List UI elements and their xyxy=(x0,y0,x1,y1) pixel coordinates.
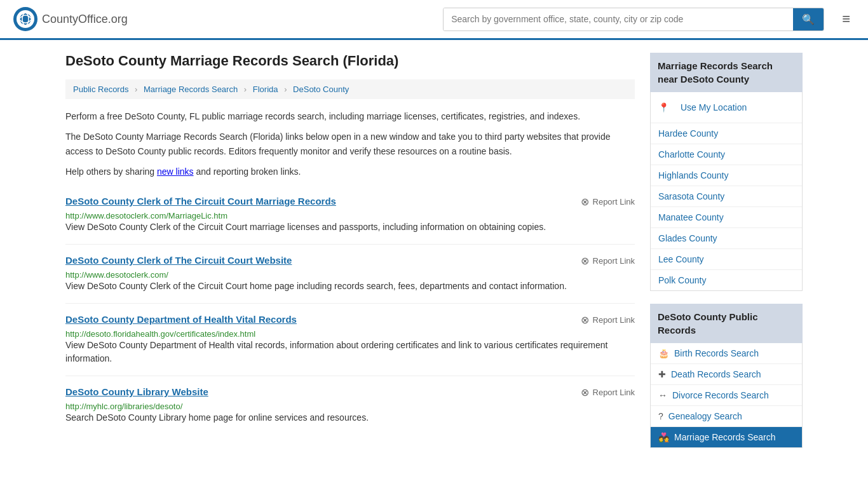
result-title-1[interactable]: DeSoto County Clerk of The Circuit Court… xyxy=(65,196,336,207)
results-list: DeSoto County Clerk of The Circuit Court… xyxy=(65,186,635,435)
nearby-county-charlotte: Charlotte County xyxy=(651,144,802,165)
breadcrumb-florida[interactable]: Florida xyxy=(253,85,278,94)
marriage-icon: 💑 xyxy=(658,432,669,442)
result-item: DeSoto County Library Website ⊗ Report L… xyxy=(65,376,635,435)
result-desc-3: View DeSoto County Department of Health … xyxy=(65,339,635,365)
menu-button[interactable]: ≡ xyxy=(837,8,855,30)
intro-text-1: Perform a free DeSoto County, FL public … xyxy=(65,109,635,123)
main-container: DeSoto County Marriage Records Search (F… xyxy=(53,40,815,473)
nearby-county-lee: Lee County xyxy=(651,249,802,270)
sidebar: Marriage Records Search near DeSoto Coun… xyxy=(650,53,803,461)
sidebar-divorce-records: ↔ Divorce Records Search xyxy=(651,385,802,406)
report-icon-2: ⊗ xyxy=(581,255,589,267)
sidebar-birth-records: 🎂 Birth Records Search xyxy=(651,343,802,364)
search-input[interactable] xyxy=(444,8,793,30)
nearby-link-highlands[interactable]: Highlands County xyxy=(651,165,802,186)
genealogy-link[interactable]: Genealogy Search xyxy=(668,411,742,421)
report-link-3[interactable]: ⊗ Report Link xyxy=(581,314,635,326)
sidebar-nearby-heading: Marriage Records Search near DeSoto Coun… xyxy=(650,53,803,92)
result-title-3[interactable]: DeSoto County Department of Health Vital… xyxy=(65,314,297,325)
site-header: CountyOffice.org 🔍 ≡ xyxy=(0,0,868,40)
nearby-county-highlands: Highlands County xyxy=(651,165,802,186)
search-button[interactable]: 🔍 xyxy=(793,8,824,30)
sidebar-records-list: 🎂 Birth Records Search ✚ Death Records S… xyxy=(650,343,803,448)
sidebar-public-records-section: DeSoto County Public Records 🎂 Birth Rec… xyxy=(650,304,803,448)
breadcrumb-sep-2: › xyxy=(244,85,247,94)
sidebar-nearby-section: Marriage Records Search near DeSoto Coun… xyxy=(650,53,803,291)
marriage-records-link[interactable]: Marriage Records Search xyxy=(674,432,776,442)
nearby-link-sarasota[interactable]: Sarasota County xyxy=(651,186,802,207)
report-icon-4: ⊗ xyxy=(581,386,589,398)
result-desc-4: Search DeSoto County Library home page f… xyxy=(65,411,635,424)
nearby-link-glades[interactable]: Glades County xyxy=(651,228,802,248)
sidebar-public-records-heading: DeSoto County Public Records xyxy=(650,304,803,343)
intro-text-2: The DeSoto County Marriage Records Searc… xyxy=(65,130,635,158)
result-desc-1: View DeSoto County Clerk of the Circuit … xyxy=(65,220,635,234)
nearby-link-charlotte[interactable]: Charlotte County xyxy=(651,144,802,165)
birth-records-link[interactable]: Birth Records Search xyxy=(674,348,759,358)
report-link-1[interactable]: ⊗ Report Link xyxy=(581,196,635,208)
report-icon-3: ⊗ xyxy=(581,314,589,326)
content-area: DeSoto County Marriage Records Search (F… xyxy=(65,53,635,461)
result-url-3[interactable]: http://desoto.floridahealth.gov/certific… xyxy=(65,329,255,339)
nearby-county-polk: Polk County xyxy=(651,270,802,290)
breadcrumb-desoto[interactable]: DeSoto County xyxy=(293,85,349,94)
death-icon: ✚ xyxy=(658,369,666,379)
result-url-1[interactable]: http://www.desotoclerk.com/MarriageLic.h… xyxy=(65,211,227,220)
breadcrumb-sep-3: › xyxy=(284,85,287,94)
page-title: DeSoto County Marriage Records Search (F… xyxy=(65,53,635,69)
result-url-4[interactable]: http://myhlc.org/libraries/desoto/ xyxy=(65,402,182,411)
location-icon: 📍 xyxy=(658,102,669,112)
sidebar-marriage-records: 💑 Marriage Records Search xyxy=(651,427,802,447)
report-link-4[interactable]: ⊗ Report Link xyxy=(581,386,635,398)
use-my-location-item[interactable]: 📍 Use My Location xyxy=(651,92,802,123)
birth-icon: 🎂 xyxy=(658,348,669,358)
result-url-2[interactable]: http://www.desotoclerk.com/ xyxy=(65,270,168,280)
nearby-county-hardee: Hardee County xyxy=(651,123,802,144)
report-link-2[interactable]: ⊗ Report Link xyxy=(581,255,635,267)
use-my-location-link[interactable]: Use My Location xyxy=(673,97,754,118)
nearby-county-glades: Glades County xyxy=(651,228,802,249)
death-records-link[interactable]: Death Records Search xyxy=(671,369,761,379)
nearby-link-hardee[interactable]: Hardee County xyxy=(651,123,802,144)
logo-text: CountyOffice.org xyxy=(42,13,128,26)
new-links-link[interactable]: new links xyxy=(157,166,194,177)
nearby-county-sarasota: Sarasota County xyxy=(651,186,802,207)
nearby-link-polk[interactable]: Polk County xyxy=(651,270,802,290)
nearby-link-lee[interactable]: Lee County xyxy=(651,249,802,269)
breadcrumb: Public Records › Marriage Records Search… xyxy=(65,79,635,99)
report-label-1: Report Link xyxy=(593,197,635,207)
report-icon-1: ⊗ xyxy=(581,196,589,208)
nearby-link-manatee[interactable]: Manatee County xyxy=(651,207,802,227)
result-desc-2: View DeSoto County Clerk of the Circuit … xyxy=(65,280,635,293)
logo-name: CountyOffice xyxy=(42,13,108,25)
sidebar-nearby-list: 📍 Use My Location Hardee County Charlott… xyxy=(650,92,803,291)
report-label-4: Report Link xyxy=(593,388,635,397)
breadcrumb-marriage-records[interactable]: Marriage Records Search xyxy=(144,85,238,94)
intro-text-3: Help others by sharing new links and rep… xyxy=(65,165,635,179)
divorce-icon: ↔ xyxy=(658,390,667,400)
search-bar: 🔍 xyxy=(443,8,824,31)
logo-icon xyxy=(13,6,38,32)
sidebar-death-records: ✚ Death Records Search xyxy=(651,364,802,385)
result-title-2[interactable]: DeSoto County Clerk of The Circuit Court… xyxy=(65,255,292,266)
genealogy-icon: ? xyxy=(658,411,663,421)
report-label-3: Report Link xyxy=(593,315,635,325)
logo-link[interactable]: CountyOffice.org xyxy=(13,6,128,32)
nearby-county-manatee: Manatee County xyxy=(651,207,802,228)
report-label-2: Report Link xyxy=(593,256,635,266)
result-item: DeSoto County Clerk of The Circuit Court… xyxy=(65,186,635,245)
breadcrumb-sep-1: › xyxy=(135,85,137,94)
breadcrumb-public-records[interactable]: Public Records xyxy=(73,85,128,94)
result-item: DeSoto County Clerk of The Circuit Court… xyxy=(65,245,635,304)
logo-org: .org xyxy=(108,13,128,25)
divorce-records-link[interactable]: Divorce Records Search xyxy=(672,390,769,400)
result-title-4[interactable]: DeSoto County Library Website xyxy=(65,386,208,397)
result-item: DeSoto County Department of Health Vital… xyxy=(65,304,635,376)
sidebar-genealogy: ? Genealogy Search xyxy=(651,406,802,427)
